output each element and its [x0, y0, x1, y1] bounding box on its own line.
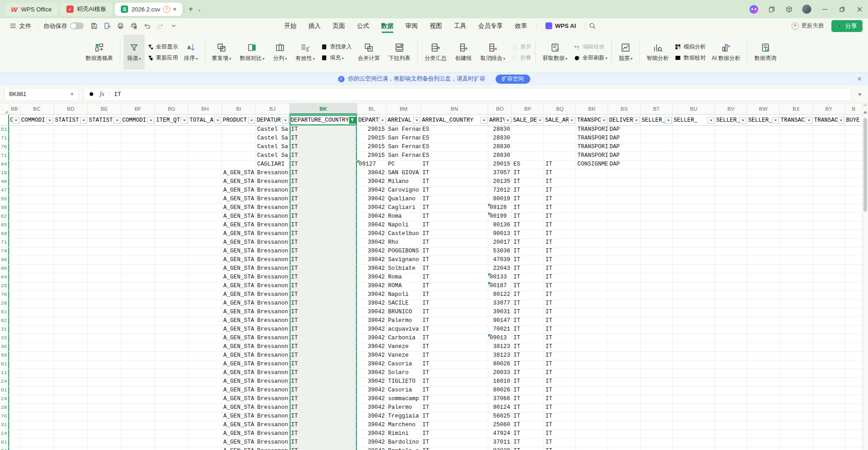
- cell-BJ-36[interactable]: Bressanon: [256, 430, 290, 438]
- cell-B-37[interactable]: [845, 439, 863, 447]
- cell-BU-33[interactable]: [673, 404, 715, 412]
- cell-B-4[interactable]: [845, 152, 863, 160]
- cell-BC-23[interactable]: [20, 317, 54, 325]
- cell-BP-33[interactable]: IT: [512, 404, 544, 412]
- cell-BQ-10[interactable]: IT: [544, 204, 576, 212]
- cell-BB-38[interactable]: [9, 447, 20, 450]
- cell-BP-32[interactable]: IT: [512, 395, 544, 403]
- row-number[interactable]: 01: [0, 386, 9, 395]
- cell-BO-18[interactable]: 00133: [488, 273, 512, 282]
- name-box-chevron-icon[interactable]: ▼: [70, 92, 74, 96]
- cell-B-18[interactable]: [845, 273, 863, 282]
- cell-BJ-14[interactable]: Bressanon: [256, 239, 290, 247]
- column-header-BL[interactable]: BL: [357, 103, 387, 114]
- cell-BG-5[interactable]: [155, 161, 189, 169]
- cell-BY-1[interactable]: [813, 126, 845, 134]
- expand-storage-button[interactable]: 扩容空间: [496, 75, 530, 84]
- cell-BV-13[interactable]: [715, 230, 747, 238]
- filter-dropdown-icon[interactable]: [504, 117, 511, 123]
- cell-BC-11[interactable]: [20, 213, 54, 221]
- cell-BT-7[interactable]: [641, 178, 673, 186]
- cell-BU-6[interactable]: [673, 169, 715, 177]
- column-header-BK[interactable]: BK: [290, 103, 357, 114]
- cell-BF-25[interactable]: [121, 334, 155, 343]
- cell-BW-32[interactable]: [747, 395, 780, 403]
- filter-header-bk[interactable]: DEPARTURE_COUNTRY: [290, 115, 357, 125]
- cell-BQ-4[interactable]: [544, 152, 576, 160]
- cell-BW-8[interactable]: [747, 187, 780, 195]
- ribbon-show-all[interactable]: 全部显示: [147, 43, 178, 51]
- filter-header-bn[interactable]: ARRIVAL_COUNTRY: [421, 115, 488, 125]
- cell-BE-33[interactable]: [88, 404, 121, 412]
- cell-BY-14[interactable]: [813, 239, 845, 247]
- cell-BH-10[interactable]: [189, 204, 222, 212]
- cell-BL-18[interactable]: 39042: [357, 273, 387, 282]
- cell-BB-34[interactable]: [9, 412, 20, 421]
- cell-BJ-2[interactable]: Castel Sa: [256, 134, 290, 143]
- cell-BE-8[interactable]: [88, 187, 121, 195]
- cell-BS-26[interactable]: [608, 343, 641, 351]
- cell-BD-38[interactable]: [54, 447, 88, 450]
- cell-BT-34[interactable]: [641, 412, 673, 421]
- cell-BB-2[interactable]: [9, 134, 20, 143]
- cell-BJ-25[interactable]: Bressanon: [256, 334, 290, 343]
- cell-BF-17[interactable]: [121, 265, 155, 273]
- cell-BE-9[interactable]: [88, 195, 121, 204]
- cell-BS-10[interactable]: [608, 204, 641, 212]
- cell-BN-11[interactable]: IT: [421, 213, 488, 221]
- cell-B-10[interactable]: [845, 204, 863, 212]
- cell-BX-15[interactable]: [780, 247, 813, 256]
- cell-BP-6[interactable]: IT: [512, 169, 544, 177]
- cell-BD-12[interactable]: [54, 221, 88, 230]
- cell-BD-36[interactable]: [54, 430, 88, 438]
- cell-BT-3[interactable]: [641, 143, 673, 151]
- cell-BU-25[interactable]: [673, 334, 715, 343]
- cell-BI-14[interactable]: A_GEN_STA: [222, 239, 256, 247]
- cell-BW-2[interactable]: [747, 134, 780, 143]
- cell-BI-11[interactable]: A_GEN_STA: [222, 213, 256, 221]
- cell-BG-33[interactable]: [155, 404, 189, 412]
- filter-dropdown-icon[interactable]: [214, 117, 221, 123]
- ribbon-fill[interactable]: 填充▾: [321, 54, 352, 62]
- cell-BS-17[interactable]: [608, 265, 641, 273]
- cell-BN-20[interactable]: IT: [421, 291, 488, 299]
- cell-BT-19[interactable]: [641, 282, 673, 290]
- cell-BP-4[interactable]: [512, 152, 544, 160]
- ribbon-subtotal[interactable]: 分类汇总: [421, 35, 450, 70]
- cell-BW-23[interactable]: [747, 317, 780, 325]
- column-header-BQ[interactable]: BQ: [544, 103, 576, 114]
- menu-efficiency[interactable]: 效率: [509, 18, 533, 33]
- cell-BQ-33[interactable]: IT: [544, 404, 576, 412]
- filter-dropdown-icon[interactable]: [147, 117, 154, 123]
- cell-BB-23[interactable]: [9, 317, 20, 325]
- cell-BK-5[interactable]: IT: [290, 161, 357, 169]
- cell-BY-29[interactable]: [813, 369, 845, 377]
- cell-BM-26[interactable]: Vaneze: [387, 343, 421, 351]
- cell-BI-9[interactable]: A_GEN_STA: [222, 195, 256, 204]
- cell-BU-38[interactable]: [673, 447, 715, 450]
- cell-BO-24[interactable]: 70021: [488, 326, 512, 334]
- row-number[interactable]: 19: [0, 169, 9, 177]
- scroll-up-icon[interactable]: [863, 109, 867, 113]
- column-header-BM[interactable]: BM: [387, 103, 421, 114]
- cell-BK-1[interactable]: IT: [290, 126, 357, 134]
- cell-BB-1[interactable]: [9, 126, 20, 134]
- cell-BL-35[interactable]: 39042: [357, 421, 387, 429]
- cell-BP-38[interactable]: IT: [512, 447, 544, 450]
- cell-BR-37[interactable]: [576, 439, 608, 447]
- cell-BC-35[interactable]: [20, 421, 54, 429]
- cell-BE-26[interactable]: [88, 343, 121, 351]
- cell-B-17[interactable]: [845, 265, 863, 273]
- cell-BB-19[interactable]: [9, 282, 20, 290]
- cell-BT-2[interactable]: [641, 134, 673, 143]
- cell-BW-9[interactable]: [747, 195, 780, 204]
- cell-BX-25[interactable]: [780, 334, 813, 343]
- cell-BG-14[interactable]: [155, 239, 189, 247]
- cell-BK-34[interactable]: IT: [290, 412, 357, 421]
- ribbon-expand[interactable]: 展开: [511, 43, 531, 51]
- cell-BM-19[interactable]: ROMA: [387, 282, 421, 290]
- cell-BD-24[interactable]: [54, 326, 88, 334]
- cell-B-23[interactable]: [845, 317, 863, 325]
- cell-BN-22[interactable]: IT: [421, 308, 488, 316]
- cell-BH-33[interactable]: [189, 404, 222, 412]
